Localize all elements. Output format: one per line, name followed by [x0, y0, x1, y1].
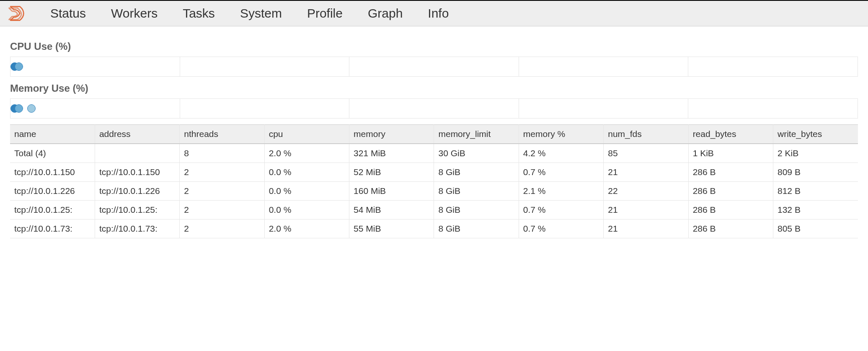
table-cell: 8	[180, 144, 264, 163]
table-cell: 0.0 %	[264, 182, 349, 201]
table-cell: 2	[180, 219, 264, 238]
table-cell: 0.7 %	[519, 219, 603, 238]
dot-icon	[27, 104, 36, 113]
table-cell: 8 GiB	[434, 201, 519, 219]
table-cell: 2 KiB	[773, 144, 858, 163]
cpu-use-title: CPU Use (%)	[10, 41, 858, 52]
dask-logo-icon	[7, 4, 25, 23]
table-cell: 812 B	[773, 182, 858, 201]
memory-dots	[10, 104, 36, 113]
table-cell: 2	[180, 201, 264, 219]
table-cell: tcp://10.0.1.226	[95, 182, 179, 201]
table-cell: tcp://10.0.1.25:	[95, 201, 179, 219]
col-address[interactable]: address	[95, 125, 179, 144]
table-cell: 0.7 %	[519, 163, 603, 182]
table-row[interactable]: tcp://10.0.1.150tcp://10.0.1.15020.0 %52…	[10, 163, 858, 182]
table-cell: 4.2 %	[519, 144, 603, 163]
table-cell: 805 B	[773, 219, 858, 238]
memory-use-chart[interactable]	[10, 98, 858, 119]
col-memory-limit[interactable]: memory_limit	[434, 125, 519, 144]
table-cell: 8 GiB	[434, 182, 519, 201]
table-row[interactable]: tcp://10.0.1.25:tcp://10.0.1.25:20.0 %54…	[10, 201, 858, 219]
nav-info[interactable]: Info	[428, 6, 449, 21]
dot-icon	[15, 62, 23, 71]
col-nthreads[interactable]: nthreads	[180, 125, 264, 144]
cpu-dots	[10, 62, 23, 71]
table-row[interactable]: tcp://10.0.1.226tcp://10.0.1.22620.0 %16…	[10, 182, 858, 201]
table-cell: 21	[604, 163, 688, 182]
table-cell: 286 B	[688, 219, 773, 238]
table-cell: 2.0 %	[264, 219, 349, 238]
col-memory-pct[interactable]: memory %	[519, 125, 603, 144]
table-cell: tcp://10.0.1.226	[10, 182, 95, 201]
table-cell: 809 B	[773, 163, 858, 182]
table-cell: 286 B	[688, 163, 773, 182]
col-num-fds[interactable]: num_fds	[604, 125, 688, 144]
table-cell: 0.7 %	[519, 201, 603, 219]
content: CPU Use (%) Memory Use (%) n	[0, 26, 868, 238]
nav-profile[interactable]: Profile	[307, 6, 343, 21]
table-cell: 85	[604, 144, 688, 163]
col-cpu[interactable]: cpu	[264, 125, 349, 144]
table-cell: 55 MiB	[349, 219, 434, 238]
table-cell: 54 MiB	[349, 201, 434, 219]
table-cell: 132 B	[773, 201, 858, 219]
table-cell	[95, 144, 179, 163]
table-cell: 2.0 %	[264, 144, 349, 163]
col-memory[interactable]: memory	[349, 125, 434, 144]
table-cell: 160 MiB	[349, 182, 434, 201]
table-row[interactable]: tcp://10.0.1.73:tcp://10.0.1.73:22.0 %55…	[10, 219, 858, 238]
col-read-bytes[interactable]: read_bytes	[688, 125, 773, 144]
table-cell: 22	[604, 182, 688, 201]
table-cell: tcp://10.0.1.25:	[10, 201, 95, 219]
table-cell: 2	[180, 163, 264, 182]
table-cell: tcp://10.0.1.73:	[95, 219, 179, 238]
table-cell: 286 B	[688, 201, 773, 219]
nav-tasks[interactable]: Tasks	[183, 6, 215, 21]
memory-use-title: Memory Use (%)	[10, 83, 858, 94]
table-cell: 0.0 %	[264, 163, 349, 182]
table-cell: 321 MiB	[349, 144, 434, 163]
table-cell: 8 GiB	[434, 219, 519, 238]
nav-links: Status Workers Tasks System Profile Grap…	[50, 6, 449, 21]
table-cell: 0.0 %	[264, 201, 349, 219]
table-cell: 21	[604, 219, 688, 238]
table-cell: 1 KiB	[688, 144, 773, 163]
table-cell: 52 MiB	[349, 163, 434, 182]
nav-system[interactable]: System	[240, 6, 282, 21]
workers-table: name address nthreads cpu memory memory_…	[10, 124, 858, 238]
table-header-row: name address nthreads cpu memory memory_…	[10, 125, 858, 144]
table-cell: 2.1 %	[519, 182, 603, 201]
table-cell: Total (4)	[10, 144, 95, 163]
nav-graph[interactable]: Graph	[368, 6, 403, 21]
table-row[interactable]: Total (4)82.0 %321 MiB30 GiB4.2 %851 KiB…	[10, 144, 858, 163]
table-cell: 30 GiB	[434, 144, 519, 163]
dot-icon	[15, 104, 23, 113]
table-cell: 8 GiB	[434, 163, 519, 182]
table-cell: tcp://10.0.1.73:	[10, 219, 95, 238]
topbar: Status Workers Tasks System Profile Grap…	[0, 0, 868, 26]
table-cell: tcp://10.0.1.150	[95, 163, 179, 182]
table-cell: 286 B	[688, 182, 773, 201]
table-cell: 2	[180, 182, 264, 201]
col-write-bytes[interactable]: write_bytes	[773, 125, 858, 144]
table-cell: 21	[604, 201, 688, 219]
col-name[interactable]: name	[10, 125, 95, 144]
nav-workers[interactable]: Workers	[111, 6, 158, 21]
table-cell: tcp://10.0.1.150	[10, 163, 95, 182]
cpu-use-chart[interactable]	[10, 57, 858, 77]
nav-status[interactable]: Status	[50, 6, 86, 21]
